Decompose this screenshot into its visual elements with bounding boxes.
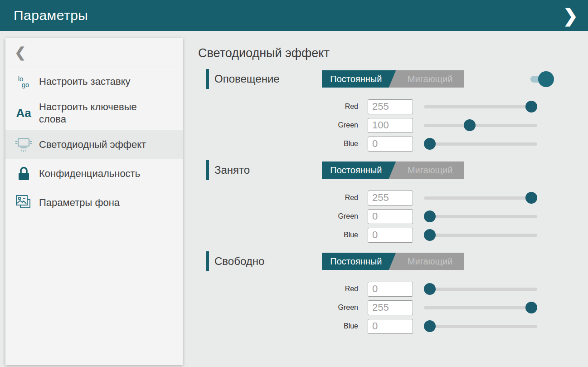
rgb-label: Blue <box>206 231 358 239</box>
sidebar-item-background[interactable]: Параметры фона <box>5 188 183 217</box>
segment-constant[interactable]: Постоянный <box>322 70 390 88</box>
slider-track <box>424 234 537 237</box>
section-busy: Занято Постоянный Мигающий Red Green <box>206 160 554 243</box>
slider-track <box>424 288 537 291</box>
text-style-icon: Aa <box>14 106 34 120</box>
lock-icon <box>14 166 34 181</box>
mode-segmented-control[interactable]: Постоянный Мигающий <box>322 161 464 179</box>
blue-slider[interactable] <box>424 318 537 334</box>
slider-thumb[interactable] <box>525 101 537 113</box>
segment-blinking[interactable]: Мигающий <box>396 70 464 88</box>
sidebar-item-label: Параметры фона <box>39 196 120 209</box>
slider-track <box>424 196 537 200</box>
sidebar-item-label: Настроить ключевые слова <box>39 101 148 125</box>
led-display-icon <box>14 137 34 152</box>
rgb-label: Red <box>206 285 358 293</box>
mode-segmented-control[interactable]: Постоянный Мигающий <box>322 70 464 88</box>
slider-track <box>424 142 537 146</box>
red-value-input[interactable] <box>368 282 413 297</box>
blue-slider[interactable] <box>424 136 537 152</box>
rgb-row-green: Green <box>206 209 554 224</box>
slider-thumb[interactable] <box>424 283 436 295</box>
rgb-row-blue: Blue <box>206 136 554 152</box>
rgb-row-red: Red <box>206 281 554 297</box>
section-title: Занято <box>214 164 322 176</box>
segment-blinking[interactable]: Мигающий <box>396 161 464 179</box>
section-free: Свободно Постоянный Мигающий Red Green <box>206 251 554 334</box>
rgb-row-green: Green <box>206 117 554 133</box>
red-slider[interactable] <box>424 281 537 297</box>
sidebar-item-label: Светодиодный эффект <box>39 138 146 151</box>
led-enable-toggle[interactable] <box>530 70 554 88</box>
chevron-left-icon: ❮ <box>15 44 26 60</box>
rgb-label: Green <box>206 212 358 220</box>
section-accent-bar <box>206 69 209 89</box>
rgb-row-blue: Blue <box>206 227 554 243</box>
settings-sidebar: ❮ lo go Настроить заставку Aa Настроить … <box>5 38 183 365</box>
rgb-label: Green <box>206 121 358 129</box>
slider-track <box>424 215 537 218</box>
section-title: Свободно <box>214 255 322 268</box>
slider-track <box>424 325 537 328</box>
green-slider[interactable] <box>424 117 537 133</box>
green-value-input[interactable] <box>368 300 413 315</box>
rgb-label: Red <box>206 194 358 202</box>
red-value-input[interactable] <box>368 191 413 206</box>
sidebar-item-label: Настроить заставку <box>39 75 131 88</box>
rgb-row-red: Red <box>206 190 554 206</box>
back-button[interactable]: ❮ <box>5 38 183 67</box>
rgb-label: Green <box>206 303 358 312</box>
sidebar-item-keywords[interactable]: Aa Настроить ключевые слова <box>5 96 183 130</box>
section-accent-bar <box>206 251 209 271</box>
slider-thumb[interactable] <box>424 138 436 150</box>
slider-thumb[interactable] <box>424 229 436 241</box>
slider-track <box>424 105 537 108</box>
page-title: Параметры <box>14 8 88 23</box>
green-value-input[interactable] <box>368 209 413 224</box>
slider-thumb[interactable] <box>525 192 537 204</box>
blue-slider[interactable] <box>424 227 537 243</box>
sidebar-item-privacy[interactable]: Конфиденциальность <box>5 159 183 188</box>
slider-thumb[interactable] <box>525 302 537 313</box>
slider-track <box>424 124 537 127</box>
sidebar-item-led-effect[interactable]: Светодиодный эффект <box>5 130 183 159</box>
rgb-label: Red <box>206 103 358 111</box>
green-slider[interactable] <box>424 300 537 315</box>
segment-constant[interactable]: Постоянный <box>322 253 390 270</box>
sidebar-item-label: Конфиденциальность <box>39 167 140 180</box>
app-header: Параметры ❯ <box>0 0 588 31</box>
rgb-label: Blue <box>206 322 358 330</box>
led-effect-panel: Светодиодный эффект Оповещение Постоянны… <box>183 31 588 367</box>
rgb-row-blue: Blue <box>206 318 554 334</box>
mode-segmented-control[interactable]: Постоянный Мигающий <box>322 253 464 270</box>
red-value-input[interactable] <box>368 99 413 114</box>
red-slider[interactable] <box>424 99 537 114</box>
section-title: Оповещение <box>214 73 322 85</box>
green-value-input[interactable] <box>368 118 413 133</box>
blue-value-input[interactable] <box>368 137 413 152</box>
chevron-right-icon[interactable]: ❯ <box>563 0 578 31</box>
slider-thumb[interactable] <box>424 210 436 222</box>
rgb-label: Blue <box>206 140 358 148</box>
segment-constant[interactable]: Постоянный <box>322 161 390 179</box>
section-notification: Оповещение Постоянный Мигающий Red <box>206 69 554 152</box>
green-slider[interactable] <box>424 209 537 224</box>
logo-icon: lo go <box>14 76 34 88</box>
red-slider[interactable] <box>424 190 537 206</box>
section-accent-bar <box>206 160 209 180</box>
rgb-row-green: Green <box>206 300 554 315</box>
slider-track <box>424 306 537 309</box>
slider-thumb[interactable] <box>424 320 436 332</box>
slider-thumb[interactable] <box>464 119 476 131</box>
sidebar-item-screensaver[interactable]: lo go Настроить заставку <box>5 67 183 96</box>
blue-value-input[interactable] <box>368 319 413 334</box>
toggle-knob <box>538 71 554 87</box>
panel-title: Светодиодный эффект <box>198 46 554 60</box>
blue-value-input[interactable] <box>368 228 413 243</box>
segment-blinking[interactable]: Мигающий <box>396 253 464 270</box>
background-image-icon <box>14 194 34 212</box>
rgb-row-red: Red <box>206 99 554 114</box>
